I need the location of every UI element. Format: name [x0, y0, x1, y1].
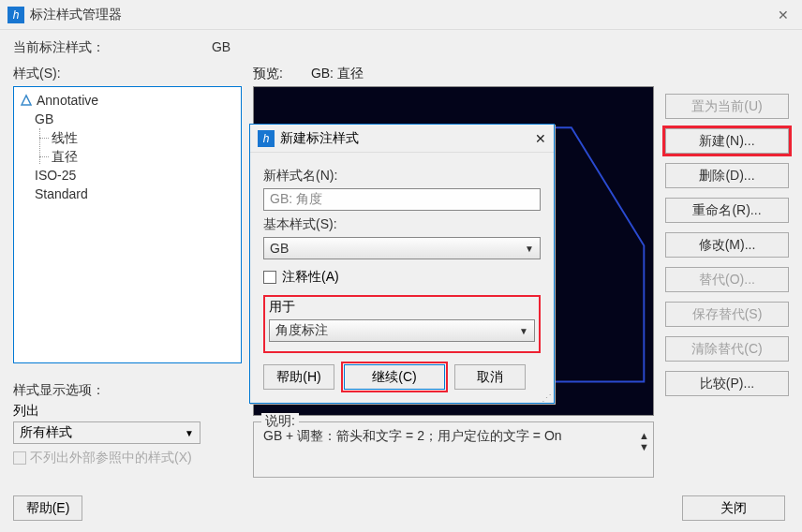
- display-options-title: 样式显示选项：: [13, 382, 242, 399]
- new-name-input[interactable]: GB: 角度: [263, 188, 541, 211]
- preview-subtitle: GB: 直径: [311, 66, 364, 82]
- list-filter-value: 所有样式: [20, 424, 72, 441]
- clear-override-button[interactable]: 清除替代(C): [665, 336, 789, 362]
- save-override-button[interactable]: 保存替代(S): [665, 302, 789, 327]
- resize-grip-icon[interactable]: ⋰: [542, 395, 552, 401]
- scroll-indicator-icon: ▲▼: [639, 430, 649, 452]
- new-style-dialog: h 新建标注样式 ✕ 新样式名(N): GB: 角度 基本样式(S): GB ▼…: [249, 124, 555, 404]
- use-for-value: 角度标注: [275, 322, 328, 339]
- tree-item[interactable]: Annotative: [37, 91, 98, 110]
- modify-button[interactable]: 修改(M)...: [665, 232, 789, 258]
- dialog-cancel-button[interactable]: 取消: [454, 364, 526, 390]
- annotative-checkbox[interactable]: 注释性(A): [263, 269, 541, 286]
- dialog-continue-button[interactable]: 继续(C): [344, 364, 445, 390]
- annotative-icon: [20, 94, 33, 107]
- styles-tree[interactable]: Annotative GB 线性 直径 ISO-25 Standard: [13, 86, 242, 363]
- current-style-row: 当前标注样式： GB: [13, 39, 789, 56]
- close-button[interactable]: 关闭: [682, 495, 785, 521]
- chevron-down-icon: ▼: [519, 326, 528, 336]
- checkbox-icon: [263, 271, 276, 284]
- tree-item[interactable]: ISO-25: [20, 168, 76, 183]
- new-name-label: 新样式名(N):: [263, 168, 541, 185]
- list-label: 列出: [13, 403, 242, 420]
- override-button[interactable]: 替代(O)...: [665, 267, 789, 292]
- checkbox-icon: [13, 451, 26, 465]
- tree-item[interactable]: Standard: [20, 186, 88, 201]
- rename-button[interactable]: 重命名(R)...: [665, 198, 789, 223]
- dialog-help-button[interactable]: 帮助(H): [263, 364, 334, 390]
- current-style-label: 当前标注样式：: [13, 39, 105, 54]
- tree-item[interactable]: GB: [20, 111, 53, 126]
- description-box: 说明: GB + 调整：箭头和文字 = 2；用户定位的文字 = On ▲▼: [253, 421, 654, 478]
- xref-checkbox-label: 不列出外部参照中的样式(X): [30, 450, 192, 466]
- use-for-group: 用于 角度标注 ▼: [263, 295, 541, 353]
- tree-item[interactable]: 直径: [52, 147, 235, 166]
- xref-checkbox-row[interactable]: 不列出外部参照中的样式(X): [13, 450, 242, 466]
- app-icon: h: [258, 130, 275, 147]
- tree-item[interactable]: 线性: [52, 128, 235, 147]
- base-style-value: GB: [270, 241, 289, 256]
- new-button[interactable]: 新建(N)...: [665, 128, 789, 154]
- display-options: 样式显示选项： 列出 所有样式 ▼ 不列出外部参照中的样式(X): [13, 382, 242, 466]
- button-column: 置为当前(U) 新建(N)... 删除(D)... 重命名(R)... 修改(M…: [665, 66, 789, 478]
- window-title: 标注样式管理器: [30, 7, 772, 23]
- close-icon[interactable]: ✕: [772, 4, 795, 26]
- titlebar: h 标注样式管理器 ✕: [0, 0, 802, 30]
- list-filter-select[interactable]: 所有样式 ▼: [13, 421, 200, 444]
- base-style-select[interactable]: GB ▼: [263, 237, 541, 259]
- use-for-select[interactable]: 角度标注 ▼: [269, 319, 535, 342]
- dialog-close-icon[interactable]: ✕: [535, 131, 546, 146]
- preview-header: 预览: GB: 直径: [253, 66, 654, 82]
- annotative-label: 注释性(A): [282, 269, 339, 286]
- description-legend: 说明:: [261, 413, 299, 430]
- dialog-titlebar: h 新建标注样式 ✕: [250, 125, 554, 153]
- current-style-value: GB: [212, 39, 230, 54]
- base-style-label: 基本样式(S):: [263, 216, 541, 233]
- compare-button[interactable]: 比较(P)...: [665, 371, 789, 396]
- delete-button[interactable]: 删除(D)...: [665, 163, 789, 188]
- dialog-title: 新建标注样式: [280, 130, 535, 147]
- chevron-down-icon: ▼: [525, 244, 534, 254]
- new-name-value: GB: 角度: [270, 191, 322, 208]
- help-button[interactable]: 帮助(E): [13, 495, 82, 521]
- preview-label: 预览:: [253, 66, 283, 82]
- use-for-label: 用于: [269, 299, 535, 316]
- styles-label: 样式(S):: [13, 66, 242, 82]
- app-icon: h: [7, 7, 24, 23]
- set-current-button[interactable]: 置为当前(U): [665, 94, 789, 119]
- description-text: GB + 调整：箭头和文字 = 2；用户定位的文字 = On: [263, 428, 644, 445]
- chevron-down-icon: ▼: [185, 428, 194, 438]
